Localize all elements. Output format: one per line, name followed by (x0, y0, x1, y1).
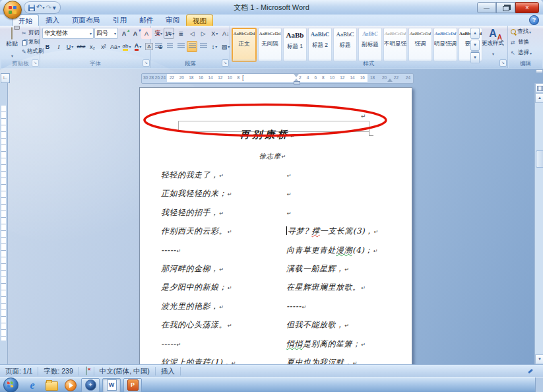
styles-dialog-launcher[interactable]: ↘ (499, 59, 507, 67)
style-card[interactable]: AaBbC标题 2 (308, 28, 332, 61)
decrease-indent-button[interactable]: ◁ (187, 28, 197, 39)
distributed-button[interactable] (187, 41, 197, 52)
justify-button[interactable] (198, 41, 208, 52)
paste-button[interactable]: 粘贴▾ (3, 28, 20, 58)
poem-line[interactable]: ↵ (286, 184, 412, 203)
poem-line[interactable]: 但我不能放歌，↵ (286, 315, 412, 334)
restore-button[interactable] (496, 2, 515, 13)
style-card[interactable]: AaBbCcDd明显强调 (433, 28, 457, 61)
font-color-button[interactable]: A▾ (133, 41, 143, 52)
align-right-button[interactable] (176, 41, 186, 52)
show-desktop-button[interactable] (535, 377, 543, 392)
scroll-up-button[interactable]: ▲ (535, 93, 543, 103)
minimize-button[interactable]: — (477, 2, 496, 13)
font-size-combo[interactable]: 四号▾ (94, 28, 118, 39)
poem-line[interactable]: 是夕阳中的新娘；↵ (161, 278, 286, 296)
word-count[interactable]: 字数: 239 (38, 367, 79, 376)
proofing-status[interactable]: × (79, 367, 94, 376)
tab-review[interactable]: 审阅 (160, 15, 185, 25)
replace-button[interactable]: ⇄替换 (511, 38, 542, 47)
poem-line[interactable]: 作别西天的云彩。↵ (161, 222, 286, 240)
poem-title[interactable]: 再别康桥↵ (140, 129, 395, 141)
poem-author[interactable]: 徐志摩↵ (140, 152, 405, 161)
styles-scroll-up-button[interactable]: ▲ (470, 28, 480, 39)
style-card[interactable]: AaBbCcDd正文 (232, 28, 257, 62)
poem-line[interactable]: 正如我轻轻的来；↵ (161, 184, 286, 203)
status-tool-icon[interactable] (527, 368, 534, 374)
styles-scroll-down-button[interactable]: ▼ (470, 40, 480, 51)
shading-button[interactable]: ▨▾ (220, 41, 231, 52)
font-name-combo[interactable]: 华文楷体▾ (42, 28, 94, 39)
style-card[interactable]: AaBbCcDd无间隔 (258, 28, 282, 61)
select-button[interactable]: ↖选择▾ (511, 48, 542, 57)
powerpoint-taskbar-button[interactable]: P (123, 378, 142, 392)
poem-line[interactable]: 满载一船星辉，↵ (286, 259, 412, 278)
poem-line[interactable]: 向青草更青处漫溯(4)；↵ (286, 241, 412, 259)
change-styles-button[interactable]: AA 更改样式▾ (480, 28, 506, 58)
style-card[interactable]: AaBbCcDd强调 (408, 28, 432, 61)
poem-line[interactable]: 在我的心头荡漾。↵ (161, 315, 286, 334)
horizontal-ruler[interactable]: 30282624 222018161412108 [ 246810121416 … (141, 73, 414, 84)
explorer-taskbar-icon[interactable] (43, 378, 60, 392)
tab-view[interactable]: 视图 (186, 15, 213, 26)
align-center-button[interactable] (164, 41, 175, 52)
copy-button[interactable]: 复制 (22, 38, 40, 47)
find-button[interactable]: 查找▾ (511, 27, 542, 36)
start-button[interactable] (3, 377, 18, 392)
poem-column-left[interactable]: 轻轻的我走了，↵正如我轻轻的来；↵我轻轻的招手，↵作别西天的云彩。↵-----↵… (161, 166, 286, 366)
vertical-scrollbar[interactable]: ▲ ▼ (534, 83, 543, 364)
numbering-button[interactable]: 1≡▾ (164, 28, 175, 39)
document-page[interactable]: ↵ 再别康桥↵ 徐志摩↵ 轻轻的我走了，↵正如我轻轻的来；↵我轻轻的招手，↵作别… (139, 87, 412, 366)
language-indicator[interactable]: 中文(简体, 中国) (94, 367, 156, 376)
poem-line[interactable]: 波光里的艳影，↵ (161, 297, 286, 315)
asian-layout-button[interactable]: X▾ (209, 28, 220, 39)
poem-line[interactable]: 在星辉斑斓里放歌。↵ (286, 278, 412, 296)
tab-mailings[interactable]: 邮件 (133, 15, 159, 25)
poem-line[interactable]: -----↵ (161, 335, 286, 353)
poem-line[interactable]: ↵ (286, 166, 412, 184)
poem-line[interactable]: 轻轻的我走了，↵ (161, 166, 286, 184)
grow-font-button[interactable]: A▴ (119, 28, 129, 39)
word-taskbar-button[interactable]: W (102, 378, 121, 392)
poem-line[interactable]: 悄悄是别离的笙箫；↵ (286, 335, 412, 353)
help-icon[interactable]: ? (529, 15, 539, 25)
tab-page-layout[interactable]: 页面布局 (66, 15, 106, 25)
align-left-button[interactable] (153, 41, 164, 52)
style-card[interactable]: AaBbC标题 (333, 28, 357, 61)
office-button[interactable] (3, 1, 22, 19)
poem-line[interactable]: 我轻轻的招手，↵ (161, 203, 286, 222)
poem-column-right[interactable]: ↵↵↵寻梦? 撑一支长篙(3)，↵向青草更青处漫溯(4)；↵满载一船星辉，↵在星… (286, 166, 412, 366)
ruler-toggle-button[interactable] (535, 83, 543, 93)
tab-insert[interactable]: 插入 (40, 15, 65, 25)
shrink-font-button[interactable]: A▾ (130, 28, 141, 39)
media-player-taskbar-icon[interactable] (62, 378, 79, 392)
tab-references[interactable]: 引用 (107, 15, 133, 25)
poem-line[interactable]: -----↵ (286, 297, 412, 315)
poem-line[interactable]: 寻梦? 撑一支长篙(3)，↵ (286, 222, 412, 240)
cut-button[interactable]: ✂剪切 (22, 28, 40, 38)
close-button[interactable]: × (515, 2, 539, 13)
bullets-button[interactable]: ⁚≡▾ (153, 28, 164, 39)
increase-indent-button[interactable]: ▷ (198, 28, 208, 39)
style-card[interactable]: AaBbC副标题 (358, 28, 382, 61)
compass-app-taskbar-button[interactable]: ✦ (81, 378, 100, 392)
ie-taskbar-icon[interactable]: e (24, 378, 41, 392)
poem-line[interactable]: -----↵ (161, 241, 286, 259)
poem-line[interactable]: 那河畔的金柳，↵ (161, 259, 286, 278)
text-highlight-button[interactable]: ab▾ (121, 41, 132, 52)
style-card[interactable]: AaBbCcDd不明显强调 (383, 28, 407, 61)
clear-formatting-button[interactable]: A (141, 28, 152, 39)
tab-stop-selector[interactable]: ∟ (1, 73, 10, 83)
paragraph-dialog-launcher[interactable]: ↘ (222, 59, 229, 67)
line-spacing-button[interactable]: ↕▾ (209, 41, 220, 52)
poem-line[interactable]: ↵ (286, 203, 412, 222)
scrollbar-thumb[interactable] (536, 150, 543, 168)
sort-button[interactable]: A↓ (220, 28, 231, 39)
vertical-ruler[interactable] (0, 83, 8, 364)
split-handle[interactable] (536, 69, 543, 73)
style-card[interactable]: AaBb标题 1 (283, 28, 307, 61)
bold-button[interactable]: B (42, 41, 53, 52)
multilevel-list-button[interactable]: ≣ (176, 28, 186, 39)
insert-mode-indicator[interactable]: 插入 (156, 367, 181, 376)
page-indicator[interactable]: 页面: 1/1 (0, 367, 38, 376)
